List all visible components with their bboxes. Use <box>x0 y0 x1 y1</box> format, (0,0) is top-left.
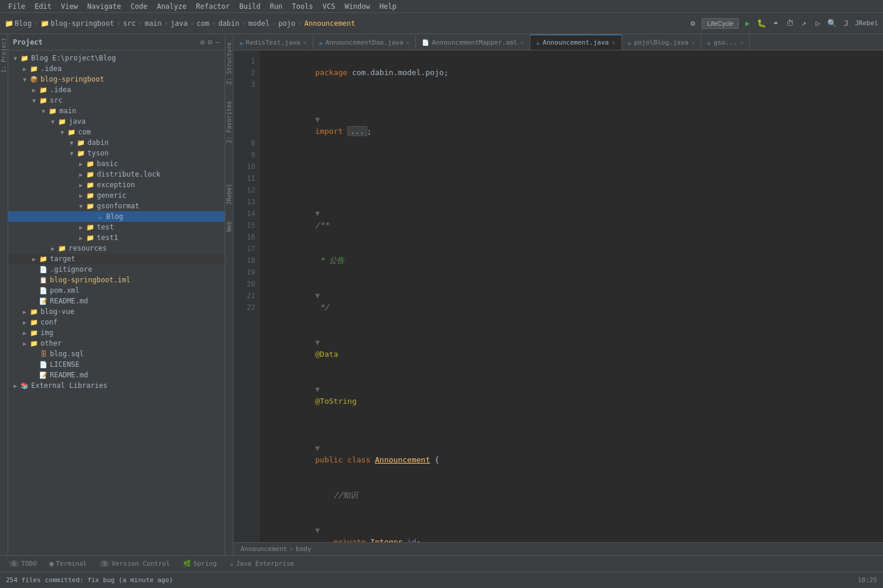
tab-announcement[interactable]: ☕ Announcement.java ✕ <box>530 35 622 50</box>
tree-label-test: test <box>97 223 114 231</box>
menu-view[interactable]: View <box>56 2 83 11</box>
code-content[interactable]: package com.dabin.model.pojo; ▼ import .… <box>260 50 883 542</box>
breadcrumb-com[interactable]: com <box>197 19 209 28</box>
tree-item-img[interactable]: ▶ 📁 img <box>8 327 225 338</box>
structure-tab[interactable]: Z: Structure <box>226 40 232 87</box>
tab-close-announcement[interactable]: ✕ <box>612 39 615 46</box>
jrebel-side-tab[interactable]: JRebel <box>226 181 232 207</box>
tree-label-pom: pom.xml <box>50 286 80 295</box>
profile-icon[interactable]: ⏱ <box>784 18 795 29</box>
tree-item-main[interactable]: ▼ 📁 main <box>8 106 225 116</box>
tab-mapper[interactable]: 📄 AnnouncementMapper.xml ✕ <box>416 35 530 50</box>
menu-help[interactable]: Help <box>375 2 401 11</box>
tree-item-blogsql[interactable]: 🗄 blog.sql <box>8 349 225 359</box>
tree-item-readme2[interactable]: 📝 README.md <box>8 370 225 380</box>
tab-version-control[interactable]: 9 Version Control <box>94 559 175 569</box>
tree-item-test[interactable]: ▶ 📁 test <box>8 222 225 232</box>
breadcrumb-announcement[interactable]: Announcement <box>305 19 356 28</box>
tree-item-iml[interactable]: 📋 blog-springboot.iml <box>8 275 225 285</box>
breadcrumb-springboot[interactable]: 📁 <box>40 19 49 28</box>
web-tab[interactable]: Web <box>226 219 232 234</box>
tab-close-dao[interactable]: ✕ <box>406 39 410 46</box>
toolbar-play2[interactable]: ▷ <box>813 18 823 29</box>
project-close-icon[interactable]: — <box>216 38 220 46</box>
tab-close-pojo[interactable]: ✕ <box>691 39 695 46</box>
toolbar-icon-1[interactable]: ⚙ <box>688 18 698 29</box>
tree-item-idea1[interactable]: ▶ 📁 .idea <box>8 63 225 74</box>
tab-close-gso[interactable]: ✕ <box>740 39 743 46</box>
tree-item-test1[interactable]: ▶ 📁 test1 <box>8 232 225 243</box>
tree-item-license[interactable]: 📄 LICENSE <box>8 359 225 370</box>
menu-file[interactable]: File <box>4 2 30 11</box>
breadcrumb-blog-label[interactable]: Blog <box>15 19 32 28</box>
tree-item-blogfile[interactable]: ☕ Blog <box>8 211 225 222</box>
tree-item-exception[interactable]: ▶ 📁 exception <box>8 180 225 190</box>
tree-item-basic[interactable]: ▶ 📁 basic <box>8 158 225 169</box>
breadcrumb-pojo[interactable]: pojo <box>279 19 296 28</box>
tab-java-enterprise[interactable]: ☕ Java Enterprise <box>224 559 300 569</box>
tree-item-readme1[interactable]: 📝 README.md <box>8 296 225 306</box>
breadcrumb-model[interactable]: model <box>248 19 269 28</box>
tab-announcementdao[interactable]: ☕ AnnouncementDao.java ✕ <box>313 35 417 50</box>
menu-code[interactable]: Code <box>126 2 153 11</box>
tab-terminal[interactable]: ▣ Terminal <box>44 559 93 569</box>
coverage-icon[interactable]: ☂ <box>770 18 781 29</box>
tree-item-tyson[interactable]: ▼ 📁 tyson <box>8 148 225 158</box>
tab-todo[interactable]: 6 TODO <box>4 559 43 569</box>
tab-gso[interactable]: ☕ gso... ✕ <box>701 35 750 50</box>
project-collapse-icon[interactable]: ⊟ <box>208 38 212 46</box>
breadcrumb-dabin[interactable]: dabin <box>218 19 239 28</box>
tab-pojoblog[interactable]: ☕ pojo\Blog.java ✕ <box>622 35 702 50</box>
tree-item-springboot[interactable]: ▼ 📦 blog-springboot <box>8 74 225 85</box>
tree-item-src[interactable]: ▼ 📁 src <box>8 95 225 106</box>
module-icon-springboot: 📦 <box>29 75 39 84</box>
breadcrumb-blog[interactable]: 📁 <box>5 19 13 28</box>
tree-item-distribute[interactable]: ▶ 📁 distribute.lock <box>8 169 225 180</box>
project-settings-icon[interactable]: ⚙ <box>200 38 204 46</box>
breadcrumb-springboot-label[interactable]: blog-springboot <box>50 19 114 28</box>
menu-build[interactable]: Build <box>235 2 265 11</box>
menu-tools[interactable]: Tools <box>287 2 318 11</box>
breadcrumb-main[interactable]: main <box>145 19 162 28</box>
debug-icon[interactable]: 🐛 <box>756 18 767 29</box>
menu-navigate[interactable]: Navigate <box>83 2 126 11</box>
tree-item-pom[interactable]: 📄 pom.xml <box>8 285 225 296</box>
tree-item-generic[interactable]: ▶ 📁 generic <box>8 190 225 201</box>
tree-item-dabin[interactable]: ▼ 📁 dabin <box>8 137 225 148</box>
tree-item-gsonformat[interactable]: ▼ 📁 gsonformat <box>8 201 225 211</box>
tree-item-conf[interactable]: ▶ 📁 conf <box>8 317 225 327</box>
menu-edit[interactable]: Edit <box>30 2 56 11</box>
jrebel-icon[interactable]: J <box>841 18 851 29</box>
tree-item-resources[interactable]: ▶ 📁 resources <box>8 243 225 254</box>
tab-close-redis[interactable]: ✕ <box>303 39 307 46</box>
tree-item-external-libs[interactable]: ▶ 📚 External Libraries <box>8 380 225 391</box>
tree-item-gitignore[interactable]: 📄 .gitignore <box>8 264 225 275</box>
menu-refactor[interactable]: Refactor <box>191 2 235 11</box>
run-icon[interactable]: ▶ <box>742 18 753 29</box>
tree-item-target[interactable]: ▶ 📁 target <box>8 254 225 264</box>
tree-label-java: java <box>69 117 86 126</box>
favorites-tab[interactable]: 2: Favorites <box>226 99 232 146</box>
tree-item-other[interactable]: ▶ 📁 other <box>8 338 225 349</box>
menu-analyze[interactable]: Analyze <box>152 2 191 11</box>
tab-redistest[interactable]: ☕ RedisTest.java ✕ <box>234 35 313 50</box>
tree-label-resources: resources <box>69 244 107 252</box>
tree-item-com[interactable]: ▼ 📁 com <box>8 127 225 137</box>
tab-spring[interactable]: 🌿 Spring <box>177 559 223 569</box>
menu-window[interactable]: Window <box>340 2 374 11</box>
tab-close-mapper[interactable]: ✕ <box>520 39 524 46</box>
tree-label-blogvue: blog-vue <box>40 307 75 316</box>
tree-item-idea2[interactable]: ▶ 📁 .idea <box>8 85 225 95</box>
tree-item-blogvue[interactable]: ▶ 📁 blog-vue <box>8 306 225 317</box>
menu-vcs[interactable]: VCS <box>318 2 340 11</box>
step-icon[interactable]: ↗ <box>799 18 809 29</box>
tree-item-blog[interactable]: ▼ 📁 Blog E:\project\Blog <box>8 53 225 63</box>
breadcrumb-src[interactable]: src <box>123 19 136 28</box>
breadcrumb-java[interactable]: java <box>171 19 188 28</box>
tree-item-java[interactable]: ▼ 📁 java <box>8 116 225 127</box>
tree-arrow-distribute: ▶ <box>76 171 86 178</box>
toolbar-icon-2[interactable]: 🔍 <box>827 18 837 29</box>
project-tab-label[interactable]: 1: Project <box>0 34 8 76</box>
lifecycle-button[interactable]: LifeCycle <box>702 18 739 29</box>
menu-run[interactable]: Run <box>265 2 287 11</box>
